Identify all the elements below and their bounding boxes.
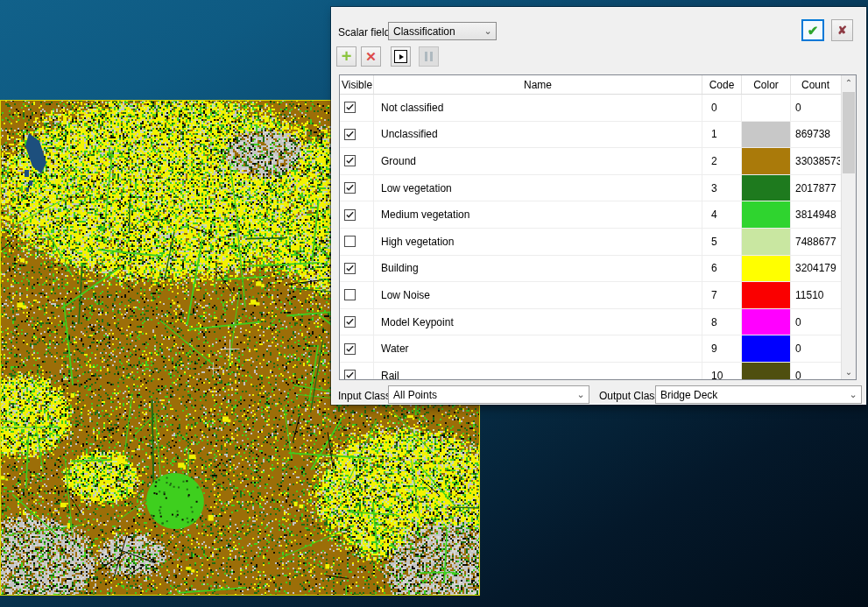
scroll-up-icon[interactable]: ⌃ [842,75,856,90]
class-count: 2017877 [791,175,840,201]
visibility-checkbox[interactable] [344,209,356,221]
sort-asc-icon: ⌃ [719,74,725,80]
scrollbar-thumb[interactable] [843,92,855,173]
table-row[interactable]: Water90 [340,335,856,363]
add-class-button[interactable]: + [336,46,356,67]
class-name: High vegetation [374,229,702,255]
vertical-scrollbar[interactable]: ⌃ ⌄ [841,75,856,379]
output-class-label: Output Class [599,390,660,402]
class-count: 0 [791,335,840,362]
visibility-checkbox[interactable] [344,236,356,247]
cancel-button[interactable]: ✘ [831,19,853,41]
table-row[interactable]: Ground233038573 [340,148,856,175]
table-header: Visible Name ⌃ Code Color Count [340,75,856,95]
class-color-swatch[interactable] [742,201,791,228]
header-code[interactable]: ⌃ Code [702,75,742,94]
chevron-down-icon: ⌄ [573,390,589,399]
class-name: Medium vegetation [374,201,702,228]
table-row[interactable]: High vegetation57488677 [340,229,856,256]
class-name: Ground [374,148,702,174]
table-row[interactable]: Building63204179 [340,256,856,283]
visibility-checkbox[interactable] [344,182,356,194]
visibility-checkbox[interactable] [344,289,356,300]
header-name[interactable]: Name [374,75,702,94]
start-button[interactable] [391,46,411,67]
class-count: 33038573 [791,148,840,174]
visibility-checkbox[interactable] [344,102,356,113]
class-color-swatch[interactable] [742,229,791,255]
cloudcompare-viewport: Scalar field Classification ⌄ ✔ ✘ + ✕ Vi… [0,0,868,607]
class-color-swatch[interactable] [742,95,791,121]
class-name: Building [374,256,702,282]
header-code-label: Code [709,79,735,91]
visibility-checkbox[interactable] [344,316,356,328]
class-color-swatch[interactable] [742,256,791,282]
class-code: 8 [702,309,742,335]
table-row[interactable]: Not classified00 [340,95,856,122]
class-name: Model Keypoint [374,309,702,335]
plus-icon: + [342,48,352,64]
class-color-swatch[interactable] [742,175,791,201]
play-icon [394,50,407,63]
class-color-swatch[interactable] [742,282,791,308]
class-name: Unclassified [374,122,702,148]
class-count: 869738 [791,122,840,148]
classification-table: Visible Name ⌃ Code Color Count Not clas… [339,74,857,380]
pause-button[interactable] [419,46,439,67]
scalar-field-label: Scalar field [338,26,390,39]
visibility-checkbox[interactable] [344,343,356,355]
visibility-checkbox[interactable] [344,129,356,140]
input-class-value: All Points [389,389,573,401]
class-count: 3814948 [791,201,840,228]
scroll-down-icon[interactable]: ⌄ [842,364,856,379]
class-color-swatch[interactable] [742,309,791,335]
class-count: 0 [791,309,840,335]
output-class-value: Bridge Deck [656,389,845,401]
class-count: 0 [791,363,840,380]
scalar-field-value: Classification [389,25,480,38]
table-row[interactable]: Low vegetation32017877 [340,175,856,202]
close-icon: ✘ [837,25,847,36]
class-code: 2 [702,148,742,174]
table-row[interactable]: Low Noise711510 [340,282,856,309]
visibility-checkbox[interactable] [344,263,356,274]
table-row[interactable]: Medium vegetation43814948 [340,201,856,229]
class-code: 1 [702,122,742,148]
visibility-checkbox[interactable] [344,370,356,380]
class-color-swatch[interactable] [742,148,791,174]
class-code: 6 [702,256,742,282]
header-count[interactable]: Count [791,75,840,94]
table-row[interactable]: Unclassified1869738 [340,122,856,149]
input-class-label: Input Class [338,390,391,402]
input-class-select[interactable]: All Points ⌄ [388,385,589,404]
class-name: Rail [374,363,702,380]
header-visible[interactable]: Visible [340,75,374,94]
class-code: 4 [702,201,742,228]
class-count: 7488677 [791,229,840,255]
class-code: 10 [702,363,742,380]
delete-icon: ✕ [365,50,377,63]
class-code: 5 [702,229,742,255]
class-color-swatch[interactable] [742,363,791,380]
pause-icon [424,52,434,61]
header-color[interactable]: Color [742,75,791,94]
class-count: 0 [791,95,840,121]
class-code: 7 [702,282,742,308]
class-name: Not classified [374,95,702,121]
apply-button[interactable]: ✔ [801,19,824,41]
visibility-checkbox[interactable] [344,155,356,166]
table-row[interactable]: Model Keypoint80 [340,309,856,336]
class-color-swatch[interactable] [742,335,791,362]
table-row[interactable]: Rail100 [340,363,856,380]
class-name: Low vegetation [374,175,702,201]
classification-filter-panel: Scalar field Classification ⌄ ✔ ✘ + ✕ Vi… [331,7,866,405]
class-color-swatch[interactable] [742,122,791,148]
scalar-field-select[interactable]: Classification ⌄ [388,22,497,40]
output-class-select[interactable]: Bridge Deck ⌄ [655,385,862,404]
chevron-down-icon: ⌄ [845,390,861,399]
check-icon: ✔ [808,24,819,37]
class-code: 3 [702,175,742,201]
table-body: Not classified00Unclassified1869738Groun… [340,95,856,380]
delete-class-button[interactable]: ✕ [361,46,381,67]
chevron-down-icon: ⌄ [480,26,496,36]
